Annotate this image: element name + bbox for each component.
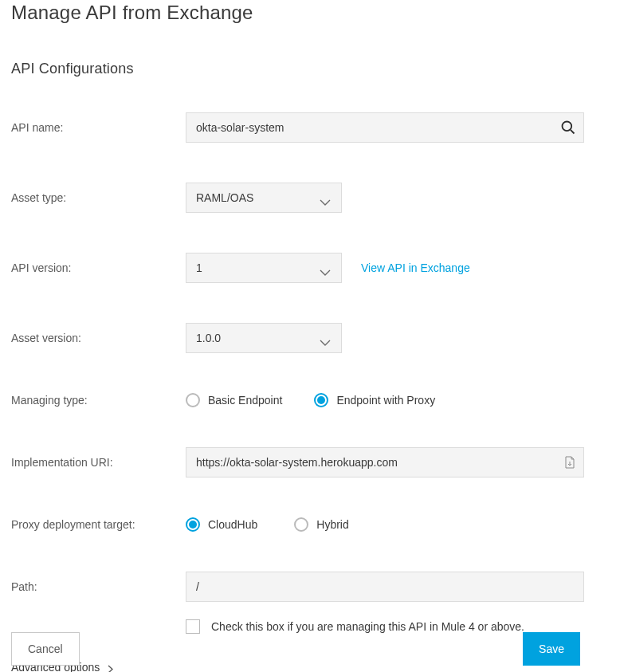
radio-icon-selected	[314, 393, 328, 407]
asset-version-select[interactable]: 1.0.0	[186, 323, 342, 353]
radio-label: Basic Endpoint	[208, 394, 282, 407]
label-asset-version: Asset version:	[11, 332, 186, 344]
row-path: Path:	[11, 572, 609, 602]
page-title: Manage API from Exchange	[11, 0, 609, 24]
path-input[interactable]	[186, 572, 584, 602]
radio-label: Hybrid	[316, 518, 348, 531]
radio-endpoint-with-proxy[interactable]: Endpoint with Proxy	[314, 393, 435, 407]
section-title: API Configurations	[11, 61, 609, 77]
label-proxy-target: Proxy deployment target:	[11, 518, 186, 531]
footer-actions: Cancel Save	[11, 632, 580, 666]
label-managing-type: Managing type:	[11, 394, 186, 407]
row-managing-type: Managing type: Basic Endpoint Endpoint w…	[11, 393, 609, 407]
row-api-name: API name:	[11, 112, 609, 143]
radio-hybrid[interactable]: Hybrid	[294, 517, 348, 532]
label-api-name: API name:	[11, 121, 186, 134]
row-implementation-uri: Implementation URI:	[11, 447, 609, 477]
implementation-uri-input[interactable]	[186, 447, 584, 477]
label-api-version: API version:	[11, 261, 186, 274]
row-asset-version: Asset version: 1.0.0	[11, 323, 609, 353]
radio-icon	[186, 393, 200, 407]
label-path: Path:	[11, 580, 186, 593]
label-implementation-uri: Implementation URI:	[11, 456, 186, 469]
radio-basic-endpoint[interactable]: Basic Endpoint	[186, 393, 282, 407]
radio-label: Endpoint with Proxy	[336, 394, 435, 407]
radio-label: CloudHub	[208, 518, 257, 531]
view-in-exchange-link[interactable]: View API in Exchange	[361, 261, 470, 274]
radio-cloudhub[interactable]: CloudHub	[186, 517, 257, 532]
radio-icon-selected	[186, 517, 200, 532]
row-asset-type: Asset type: RAML/OAS	[11, 183, 609, 213]
label-asset-type: Asset type:	[11, 191, 186, 204]
radio-icon	[294, 517, 308, 532]
asset-type-select[interactable]: RAML/OAS	[186, 183, 342, 213]
save-button[interactable]: Save	[523, 632, 580, 666]
api-version-select[interactable]: 1	[186, 253, 342, 283]
cancel-button[interactable]: Cancel	[11, 632, 80, 666]
managing-type-radio-group: Basic Endpoint Endpoint with Proxy	[186, 393, 435, 407]
proxy-target-radio-group: CloudHub Hybrid	[186, 517, 349, 532]
row-api-version: API version: 1 View API in Exchange	[11, 253, 609, 283]
row-proxy-target: Proxy deployment target: CloudHub Hybrid	[11, 517, 609, 532]
mule4-checkbox-label: Check this box if you are managing this …	[211, 620, 524, 633]
api-name-input[interactable]	[186, 112, 584, 143]
api-config-form: API name: Asset type: RAML/OAS	[11, 112, 609, 672]
